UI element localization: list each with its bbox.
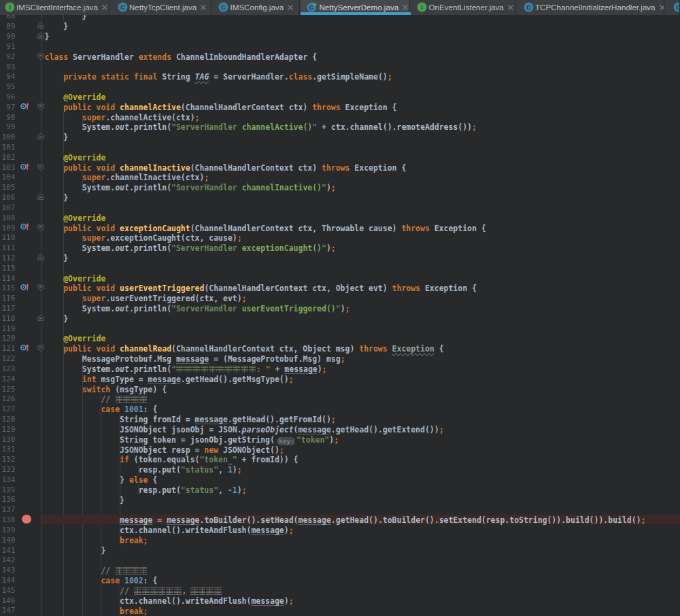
svg-text:C: C	[120, 3, 125, 11]
svg-text:C: C	[526, 3, 531, 11]
svg-text:I: I	[421, 3, 423, 11]
svg-text:I: I	[9, 3, 11, 11]
svg-text:C: C	[221, 3, 226, 11]
svg-text:C: C	[676, 3, 680, 11]
